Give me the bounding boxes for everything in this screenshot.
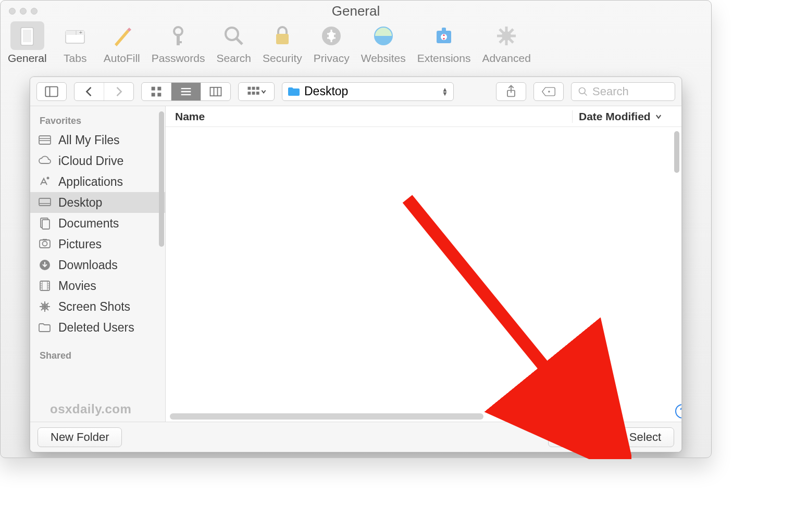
sidebar-item-desktop[interactable]: Desktop <box>30 192 165 213</box>
svg-point-42 <box>548 91 550 93</box>
extensions-icon <box>432 24 455 47</box>
svg-rect-26 <box>157 86 161 90</box>
toolbar-tab-label: Passwords <box>152 52 205 65</box>
toolbar-tab-extensions[interactable]: Extensions <box>417 21 471 65</box>
toolbar-tab-advanced[interactable]: Advanced <box>482 21 530 65</box>
toolbar-tab-label: Extensions <box>417 52 471 65</box>
sidebar-item-pictures[interactable]: Pictures <box>30 234 165 255</box>
security-icon <box>271 24 294 47</box>
svg-rect-55 <box>43 239 47 240</box>
column-headers: Name Date Modified <box>166 106 681 127</box>
sidebar-item-movies[interactable]: Movies <box>30 275 165 296</box>
svg-rect-16 <box>442 28 446 32</box>
preferences-window: General General+TabsAutoFillPasswordsSea… <box>0 0 712 458</box>
privacy-icon <box>320 24 343 47</box>
window-title: General <box>1 3 711 19</box>
sidebar-item-downloads[interactable]: Downloads <box>30 255 165 275</box>
titlebar: General <box>1 1 711 21</box>
folder-icon <box>288 86 300 97</box>
toolbar-tab-label: General <box>8 52 47 65</box>
toolbar-tab-security[interactable]: Security <box>263 21 302 65</box>
toolbar-tab-autofill[interactable]: AutoFill <box>104 21 140 65</box>
location-label: Desktop <box>304 84 348 98</box>
select-button[interactable]: Select <box>616 427 674 447</box>
pictures-icon <box>38 237 52 251</box>
toolbar-tab-search[interactable]: Search <box>216 21 251 65</box>
toolbar-tab-general[interactable]: General <box>8 21 47 65</box>
sidebar-scrollbar[interactable] <box>159 111 164 247</box>
toolbar-tab-privacy[interactable]: Privacy <box>314 21 350 65</box>
sidebar-heading-favorites: Favorites <box>30 110 165 130</box>
sidebar-item-label: Pictures <box>58 237 102 251</box>
svg-rect-13 <box>329 32 334 40</box>
toolbar-tab-passwords[interactable]: Passwords <box>152 21 205 65</box>
desktop-icon <box>38 195 52 210</box>
tabs-icon: + <box>64 24 86 47</box>
svg-rect-40 <box>256 92 259 95</box>
search-placeholder: Search <box>592 85 629 98</box>
svg-rect-28 <box>157 93 161 96</box>
column-name[interactable]: Name <box>166 110 572 123</box>
icon-view-icon <box>149 84 164 99</box>
documents-icon <box>38 216 52 231</box>
sidebar-item-label: Screen Shots <box>58 300 130 314</box>
tag-back-icon <box>541 84 556 99</box>
sidebar-heading-shared: Shared <box>30 345 165 364</box>
sidebar-item-screen-shots[interactable]: Screen Shots <box>30 296 165 317</box>
all-my-files-icon <box>38 133 52 147</box>
tags-button[interactable] <box>533 82 564 101</box>
sidebar-item-label: Downloads <box>58 258 118 272</box>
view-columns-button[interactable] <box>201 83 230 100</box>
share-button[interactable] <box>496 82 526 101</box>
sidebar-item-icloud-drive[interactable]: iCloud Drive <box>30 150 165 171</box>
svg-rect-36 <box>252 86 255 90</box>
file-list-content[interactable] <box>166 127 681 422</box>
svg-rect-35 <box>248 86 251 90</box>
svg-rect-8 <box>177 41 182 43</box>
sidebar: Favorites All My FilesiCloud DriveApplic… <box>30 106 166 422</box>
file-list-vscrollbar[interactable] <box>674 131 679 173</box>
svg-rect-45 <box>39 136 51 144</box>
toolbar-tab-tabs[interactable]: +Tabs <box>58 21 92 65</box>
back-button[interactable] <box>75 83 104 100</box>
new-folder-button[interactable]: New Folder <box>38 427 122 447</box>
advanced-icon <box>495 24 518 47</box>
file-list-hscrollbar[interactable] <box>170 413 483 420</box>
sidebar-item-label: All My Files <box>58 133 120 147</box>
search-icon <box>578 86 588 97</box>
toolbar-tab-websites[interactable]: Websites <box>361 21 406 65</box>
forward-button[interactable] <box>104 83 133 100</box>
view-mode-switch <box>141 82 231 101</box>
location-dropdown[interactable]: Desktop ▲▼ <box>282 82 454 101</box>
chevron-down-icon <box>655 113 662 120</box>
view-list-button[interactable] <box>171 83 201 100</box>
group-items-button[interactable] <box>238 82 275 101</box>
icloud-icon <box>38 154 52 168</box>
sidebar-item-deleted-users[interactable]: Deleted Users <box>30 317 165 338</box>
general-icon <box>16 24 39 47</box>
view-icons-button[interactable] <box>142 83 171 100</box>
open-panel-sheet: Desktop ▲▼ Search Favorites All My Files… <box>30 77 682 452</box>
svg-rect-39 <box>252 92 255 95</box>
sidebar-item-all-my-files[interactable]: All My Files <box>30 130 165 150</box>
sidebar-item-label: Documents <box>58 217 119 231</box>
search-input[interactable]: Search <box>571 82 675 101</box>
column-date-modified[interactable]: Date Modified <box>572 110 681 123</box>
svg-line-44 <box>585 93 587 95</box>
group-icon <box>246 84 260 99</box>
svg-point-48 <box>47 177 49 180</box>
chevron-down-icon <box>260 88 267 95</box>
sidebar-item-documents[interactable]: Documents <box>30 213 165 234</box>
chevron-left-icon <box>82 84 96 99</box>
cancel-button[interactable]: Cancel <box>548 427 610 447</box>
downloads-icon <box>38 258 52 272</box>
svg-rect-1 <box>23 30 31 42</box>
toggle-sidebar-button[interactable] <box>36 82 67 101</box>
open-panel-toolbar: Desktop ▲▼ Search <box>30 77 681 106</box>
svg-rect-27 <box>152 93 155 96</box>
websites-icon <box>372 24 395 47</box>
sidebar-item-applications[interactable]: Applications <box>30 171 165 192</box>
svg-rect-32 <box>210 87 221 95</box>
toolbar-tab-label: Security <box>263 52 302 65</box>
updown-chevron-icon: ▲▼ <box>442 87 448 96</box>
